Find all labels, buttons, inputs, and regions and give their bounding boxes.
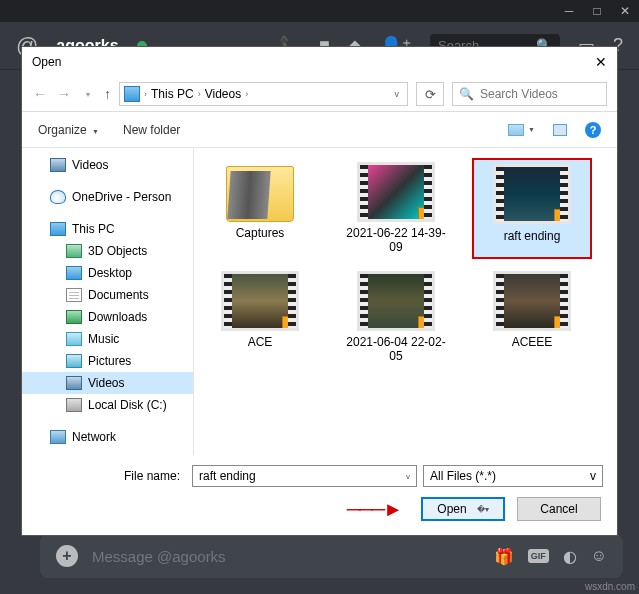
refresh-button[interactable]: ⟳: [416, 82, 444, 106]
chevron-right-icon[interactable]: ›: [144, 89, 147, 99]
view-mode-button[interactable]: ▼: [508, 124, 535, 136]
new-folder-button[interactable]: New folder: [123, 123, 180, 137]
message-placeholder: Message @agoorks: [92, 548, 480, 565]
video-badge-icon: [554, 316, 570, 330]
address-bar[interactable]: › This PC › Videos › v: [119, 82, 408, 106]
attach-plus-icon[interactable]: +: [56, 545, 78, 567]
file-item-video-selected[interactable]: raft ending: [472, 158, 592, 259]
video-thumbnail: [221, 271, 299, 331]
music-icon: [66, 332, 82, 346]
tree-item-videos-quick[interactable]: Videos: [22, 154, 193, 176]
folder-tree: Videos OneDrive - Person This PC 3D Obje…: [22, 148, 194, 455]
dialog-footer: File name: raft ending v All Files (*.*)…: [22, 455, 617, 535]
video-badge-icon: [418, 207, 434, 221]
organize-button[interactable]: Organize ▼: [38, 123, 99, 137]
dialog-titlebar: Open ✕: [22, 47, 617, 77]
nav-forward-icon: →: [56, 86, 72, 102]
video-folder-icon: [50, 158, 66, 172]
open-button[interactable]: Open�▾: [421, 497, 505, 521]
video-thumbnail: [493, 164, 571, 224]
filename-input[interactable]: raft ending v: [192, 465, 417, 487]
file-open-dialog: Open ✕ ← → ▾ ↑ › This PC › Videos › v ⟳ …: [21, 46, 618, 536]
file-label: ACEEE: [512, 335, 553, 349]
maximize-icon[interactable]: □: [583, 0, 611, 22]
chevron-right-icon[interactable]: ›: [198, 89, 201, 99]
pictures-icon: [66, 354, 82, 368]
desktop-icon: [66, 266, 82, 280]
file-item-video[interactable]: 2021-06-04 22-02-05: [336, 267, 456, 368]
chevron-down-icon[interactable]: v: [406, 472, 410, 481]
chevron-down-icon: ▼: [92, 128, 99, 135]
gift-icon[interactable]: 🎁: [494, 547, 514, 566]
video-badge-icon: [554, 209, 570, 223]
message-input-bar[interactable]: + Message @agoorks 🎁 GIF ◐ ☺: [40, 534, 623, 578]
dialog-search-input[interactable]: 🔍 Search Videos: [452, 82, 607, 106]
file-filter-dropdown[interactable]: All Files (*.*) v: [423, 465, 603, 487]
view-thumb-icon: [508, 124, 524, 136]
network-icon: [50, 430, 66, 444]
tree-item-3d-objects[interactable]: 3D Objects: [22, 240, 193, 262]
chevron-right-icon[interactable]: ›: [245, 89, 248, 99]
minimize-icon[interactable]: ─: [555, 0, 583, 22]
file-label: raft ending: [500, 228, 565, 244]
file-item-video[interactable]: ACE: [200, 267, 320, 368]
filename-value: raft ending: [199, 469, 256, 483]
dialog-title: Open: [32, 55, 61, 69]
document-icon: [66, 288, 82, 302]
tree-item-pictures[interactable]: Pictures: [22, 350, 193, 372]
disk-icon: [66, 398, 82, 412]
help-icon[interactable]: ?: [585, 122, 601, 138]
tree-item-downloads[interactable]: Downloads: [22, 306, 193, 328]
file-label: 2021-06-22 14-39-09: [340, 226, 452, 255]
nav-recent-dropdown-icon[interactable]: ▾: [80, 90, 96, 99]
video-badge-icon: [418, 316, 434, 330]
file-label: 2021-06-04 22-02-05: [340, 335, 452, 364]
file-label: Captures: [236, 226, 285, 240]
search-placeholder: Search Videos: [480, 87, 558, 101]
filter-value: All Files (*.*): [430, 469, 496, 483]
breadcrumb-folder[interactable]: Videos: [205, 87, 241, 101]
gif-button[interactable]: GIF: [528, 549, 549, 563]
tree-item-local-disk[interactable]: Local Disk (C:): [22, 394, 193, 416]
chevron-down-icon[interactable]: v: [590, 469, 596, 483]
preview-pane-button[interactable]: [553, 124, 567, 136]
annotation-arrow-icon: ───►: [347, 498, 401, 521]
file-label: ACE: [248, 335, 273, 349]
close-icon[interactable]: ✕: [611, 0, 639, 22]
tree-item-videos[interactable]: Videos: [22, 372, 193, 394]
tree-item-network[interactable]: Network: [22, 426, 193, 448]
nav-up-icon[interactable]: ↑: [104, 86, 111, 102]
watermark: wsxdn.com: [585, 581, 635, 592]
search-icon: 🔍: [459, 87, 474, 101]
tree-item-onedrive[interactable]: OneDrive - Person: [22, 186, 193, 208]
file-item-folder[interactable]: Captures: [200, 158, 320, 259]
file-item-video[interactable]: 2021-06-22 14-39-09: [336, 158, 456, 259]
3d-icon: [66, 244, 82, 258]
emoji-icon[interactable]: ☺: [591, 547, 607, 565]
dialog-toolbar: Organize ▼ New folder ▼ ?: [22, 112, 617, 148]
filename-label: File name:: [36, 469, 186, 483]
cancel-button[interactable]: Cancel: [517, 497, 601, 521]
pc-icon: [124, 86, 140, 102]
dialog-nav: ← → ▾ ↑ › This PC › Videos › v ⟳ 🔍 Searc…: [22, 77, 617, 112]
video-badge-icon: [282, 316, 298, 330]
folder-icon: [226, 166, 294, 222]
tree-item-documents[interactable]: Documents: [22, 284, 193, 306]
chevron-down-icon: ▼: [528, 126, 535, 133]
app-titlebar: ─ □ ✕: [0, 0, 639, 22]
pc-icon: [50, 222, 66, 236]
tree-item-desktop[interactable]: Desktop: [22, 262, 193, 284]
file-item-video[interactable]: ACEEE: [472, 267, 592, 368]
sticker-icon[interactable]: ◐: [563, 547, 577, 566]
tree-item-this-pc[interactable]: This PC: [22, 218, 193, 240]
video-thumbnail: [357, 271, 435, 331]
address-dropdown-icon[interactable]: v: [391, 89, 404, 99]
video-thumbnail: [357, 162, 435, 222]
video-folder-icon: [66, 376, 82, 390]
dialog-close-icon[interactable]: ✕: [595, 54, 607, 70]
download-icon: [66, 310, 82, 324]
breadcrumb-root[interactable]: This PC: [151, 87, 194, 101]
tree-item-music[interactable]: Music: [22, 328, 193, 350]
nav-back-icon[interactable]: ←: [32, 86, 48, 102]
file-list: Captures 2021-06-22 14-39-09 raft ending…: [194, 148, 617, 455]
